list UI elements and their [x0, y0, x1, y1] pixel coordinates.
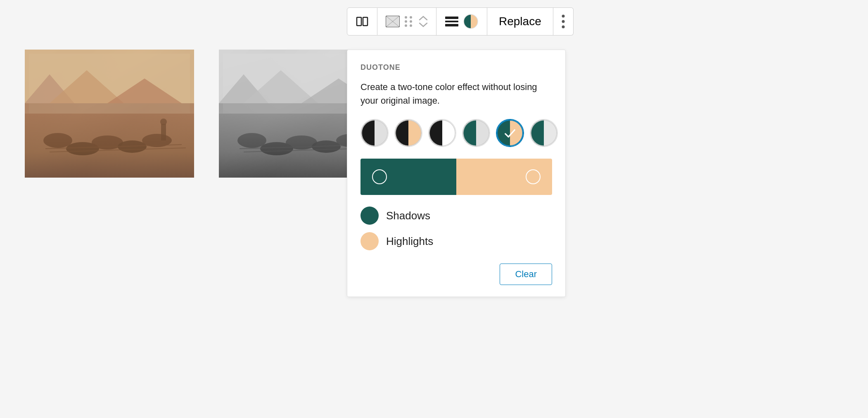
toolbar: Replace	[347, 7, 574, 36]
svg-point-41	[286, 135, 317, 150]
shadow-color-dot	[360, 207, 379, 225]
original-image	[25, 50, 194, 178]
align-button[interactable]	[445, 16, 459, 27]
clear-button[interactable]: Clear	[500, 264, 552, 285]
swatches-row	[360, 119, 552, 147]
svg-point-26	[66, 142, 99, 155]
highlight-color-dot	[360, 232, 379, 250]
shadows-label: Shadows	[386, 209, 430, 222]
duotone-panel: DUOTONE Create a two-tone color effect w…	[347, 50, 566, 297]
svg-point-27	[92, 135, 123, 150]
svg-point-7	[410, 16, 412, 19]
svg-rect-0	[357, 17, 361, 26]
chevron-up-icon	[419, 15, 428, 21]
duotone-color-button[interactable]	[463, 14, 479, 29]
svg-point-8	[405, 20, 407, 23]
chevron-group	[419, 15, 428, 28]
columns-icon	[356, 15, 369, 28]
svg-point-25	[43, 133, 72, 148]
duotone-description: Create a two-tone color effect without l…	[360, 80, 552, 107]
duotone-section-label: DUOTONE	[360, 63, 552, 72]
drag-handle-button[interactable]	[404, 15, 413, 28]
highlights-label: Highlights	[386, 235, 433, 248]
color-labels: Shadows Highlights	[360, 207, 552, 250]
svg-point-28	[118, 140, 147, 153]
svg-rect-14	[445, 24, 458, 26]
svg-point-33	[160, 119, 167, 125]
svg-point-17	[562, 15, 564, 18]
shadows-row[interactable]: Shadows	[360, 207, 552, 225]
svg-point-6	[405, 16, 407, 19]
svg-point-9	[410, 20, 412, 23]
svg-point-11	[410, 24, 412, 27]
svg-point-10	[405, 24, 407, 27]
align-icon	[445, 16, 459, 27]
more-vertical-icon	[562, 14, 565, 28]
svg-rect-1	[363, 17, 368, 26]
columns-toggle-button[interactable]	[347, 7, 377, 36]
svg-point-18	[562, 20, 564, 23]
main-container: Replace	[0, 0, 868, 418]
image-button[interactable]	[386, 16, 400, 27]
highlight-color-circle	[526, 169, 541, 184]
swatch-teal-lightgrey[interactable]	[530, 119, 558, 147]
svg-rect-12	[445, 17, 458, 19]
shadow-color-circle	[372, 169, 387, 184]
swatch-black-white[interactable]	[360, 119, 389, 147]
svg-point-39	[237, 133, 266, 148]
svg-rect-32	[161, 124, 166, 140]
svg-rect-21	[25, 103, 194, 178]
more-options-button[interactable]	[553, 7, 574, 36]
swatch-black-white2[interactable]	[428, 119, 456, 147]
clear-section: Clear	[360, 264, 552, 285]
color-bar[interactable]	[360, 159, 552, 195]
svg-point-40	[260, 142, 293, 155]
svg-line-31	[50, 148, 186, 152]
chevron-down-icon	[419, 22, 428, 28]
highlights-row[interactable]: Highlights	[360, 232, 552, 250]
svg-point-42	[312, 140, 341, 153]
clear-button-label: Clear	[515, 269, 537, 279]
duotone-circle-icon	[463, 14, 479, 29]
shadow-color-bar[interactable]	[360, 159, 456, 195]
highlight-color-bar[interactable]	[456, 159, 552, 195]
image-icon	[386, 16, 400, 27]
swatch-teal-white[interactable]	[462, 119, 490, 147]
images-area	[0, 50, 388, 178]
svg-point-29	[142, 134, 172, 147]
sepia-scene-svg	[25, 50, 194, 178]
svg-line-30	[45, 145, 182, 149]
svg-rect-13	[445, 21, 458, 22]
replace-label: Replace	[499, 15, 541, 28]
image-align-group	[377, 7, 436, 36]
align-duotone-group	[436, 7, 487, 36]
sepia-image-content	[25, 50, 194, 178]
replace-button[interactable]: Replace	[487, 7, 553, 36]
swatch-teal-peach-selected[interactable]	[496, 119, 524, 147]
swatch-black-peach[interactable]	[394, 119, 422, 147]
svg-point-19	[562, 26, 564, 28]
drag-grid-icon	[404, 15, 413, 28]
